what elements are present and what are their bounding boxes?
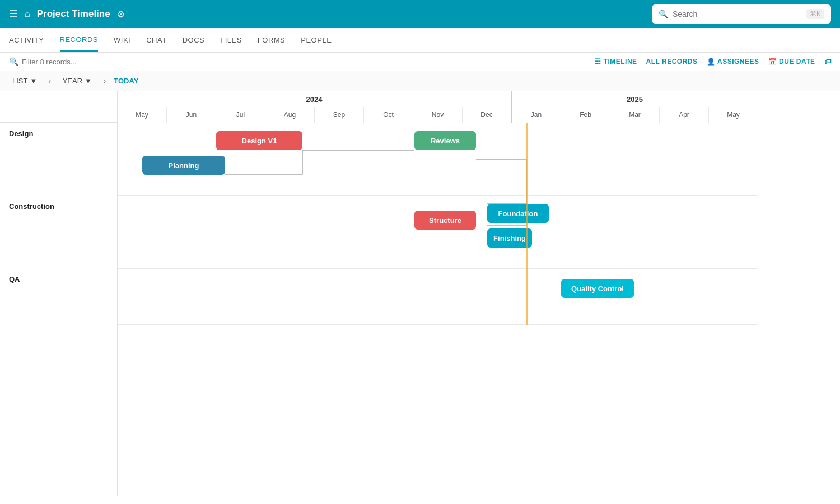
month-mar-2025: Mar xyxy=(610,107,660,123)
timeline-label: TIMELINE xyxy=(604,58,637,66)
nav-tabs: ACTIVITY RECORDS WIKI CHAT DOCS FILES FO… xyxy=(0,28,840,53)
today-line xyxy=(526,123,528,325)
month-jun-2024: Jun xyxy=(167,107,216,123)
tab-people[interactable]: PEOPLE xyxy=(301,29,332,51)
search-shortcut: ⌘K xyxy=(806,9,824,19)
task-reviews[interactable]: Reviews xyxy=(414,131,476,150)
tab-docs[interactable]: DOCS xyxy=(183,29,205,51)
month-feb-2025: Feb xyxy=(561,107,610,123)
all-records-label: ALL RECORDS xyxy=(646,58,698,66)
menu-icon[interactable]: ☰ xyxy=(9,8,18,20)
search-bar: 🔍 ⌘K xyxy=(652,4,831,24)
tab-chat[interactable]: CHAT xyxy=(146,29,166,51)
year-row: 2024 2025 xyxy=(118,91,840,107)
next-arrow[interactable]: › xyxy=(100,75,109,87)
tag-button[interactable]: 🏷 xyxy=(824,58,832,66)
app-header: ☰ ⌂ Project Timeline ⚙ 🔍 ⌘K xyxy=(0,0,840,28)
month-aug-2024: Aug xyxy=(265,107,315,123)
timeline-sidebar: Design Construction QA xyxy=(0,91,118,496)
timeline-body: Design V1 Planning Reviews Structure xyxy=(118,123,758,325)
task-foundation[interactable]: Foundation xyxy=(487,204,549,223)
year-chevron-icon: ▼ xyxy=(85,77,92,85)
app-title: Project Timeline xyxy=(37,8,110,20)
list-label: LIST xyxy=(12,77,27,85)
month-oct-2024: Oct xyxy=(364,107,413,123)
task-planning[interactable]: Planning xyxy=(142,156,225,175)
view-controls: LIST ▼ ‹ YEAR ▼ › TODAY xyxy=(0,71,840,91)
task-quality-control[interactable]: Quality Control xyxy=(561,279,634,298)
settings-icon[interactable]: ⚙ xyxy=(117,9,125,20)
month-nov-2024: Nov xyxy=(413,107,463,123)
year-view-button[interactable]: YEAR ▼ xyxy=(59,74,95,87)
list-chevron-icon: ▼ xyxy=(30,77,37,85)
search-input[interactable] xyxy=(673,10,802,18)
timeline-icon: ☷ xyxy=(595,58,601,66)
sidebar-header xyxy=(0,91,117,123)
assignees-button[interactable]: 👤 ASSIGNEES xyxy=(707,58,759,66)
filter-search: 🔍 xyxy=(9,57,590,66)
list-view-button[interactable]: LIST ▼ xyxy=(9,74,40,87)
qa-band: Quality Control xyxy=(118,269,758,325)
filter-input[interactable] xyxy=(22,58,590,66)
timeline-header: 2024 2025 May Jun Jul Aug Sep Oct Nov De… xyxy=(118,91,840,123)
due-date-label: DUE DATE xyxy=(779,58,815,66)
timeline-container: Design Construction QA 2024 2025 xyxy=(0,91,840,496)
group-qa: QA xyxy=(0,268,117,324)
month-may-2024: May xyxy=(118,107,167,123)
month-jan-2025: Jan xyxy=(512,107,561,123)
due-date-button[interactable]: 📅 DUE DATE xyxy=(768,58,815,66)
year-2024: 2024 xyxy=(118,91,512,107)
assignees-icon: 👤 xyxy=(707,58,716,66)
year-label: YEAR xyxy=(63,77,82,85)
month-dec-2024: Dec xyxy=(463,107,512,123)
tab-forms[interactable]: FORMS xyxy=(258,29,285,51)
tab-files[interactable]: FILES xyxy=(220,29,242,51)
toolbar-right: ☷ TIMELINE ALL RECORDS 👤 ASSIGNEES 📅 DUE… xyxy=(595,58,831,66)
toolbar: 🔍 ☷ TIMELINE ALL RECORDS 👤 ASSIGNEES 📅 D… xyxy=(0,53,840,71)
timeline-button[interactable]: ☷ TIMELINE xyxy=(595,58,637,66)
construction-band: Structure Foundation Finishing xyxy=(118,196,758,269)
month-jul-2024: Jul xyxy=(216,107,265,123)
tab-wiki[interactable]: WIKI xyxy=(114,29,130,51)
tab-activity[interactable]: ACTIVITY xyxy=(9,29,44,51)
task-finishing[interactable]: Finishing xyxy=(487,228,532,248)
month-row: May Jun Jul Aug Sep Oct Nov Dec Jan Feb … xyxy=(118,107,840,123)
assignees-label: ASSIGNEES xyxy=(717,58,759,66)
task-structure[interactable]: Structure xyxy=(414,211,476,230)
group-design: Design xyxy=(0,123,117,195)
timeline-grid: 2024 2025 May Jun Jul Aug Sep Oct Nov De… xyxy=(118,91,840,496)
tag-icon: 🏷 xyxy=(824,58,832,66)
design-band: Design V1 Planning Reviews xyxy=(118,123,758,196)
month-may-2025: May xyxy=(709,107,758,123)
year-2025: 2025 xyxy=(512,91,758,107)
search-icon: 🔍 xyxy=(659,10,668,18)
prev-arrow[interactable]: ‹ xyxy=(45,75,54,87)
home-icon[interactable]: ⌂ xyxy=(25,9,30,19)
all-records-button[interactable]: ALL RECORDS xyxy=(646,58,698,66)
today-button[interactable]: TODAY xyxy=(114,77,138,85)
due-date-icon: 📅 xyxy=(768,58,777,66)
month-apr-2025: Apr xyxy=(660,107,709,123)
month-sep-2024: Sep xyxy=(315,107,364,123)
task-design-v1[interactable]: Design V1 xyxy=(216,131,302,150)
filter-search-icon: 🔍 xyxy=(9,57,18,66)
tab-records[interactable]: RECORDS xyxy=(60,29,99,52)
group-construction: Construction xyxy=(0,195,117,268)
